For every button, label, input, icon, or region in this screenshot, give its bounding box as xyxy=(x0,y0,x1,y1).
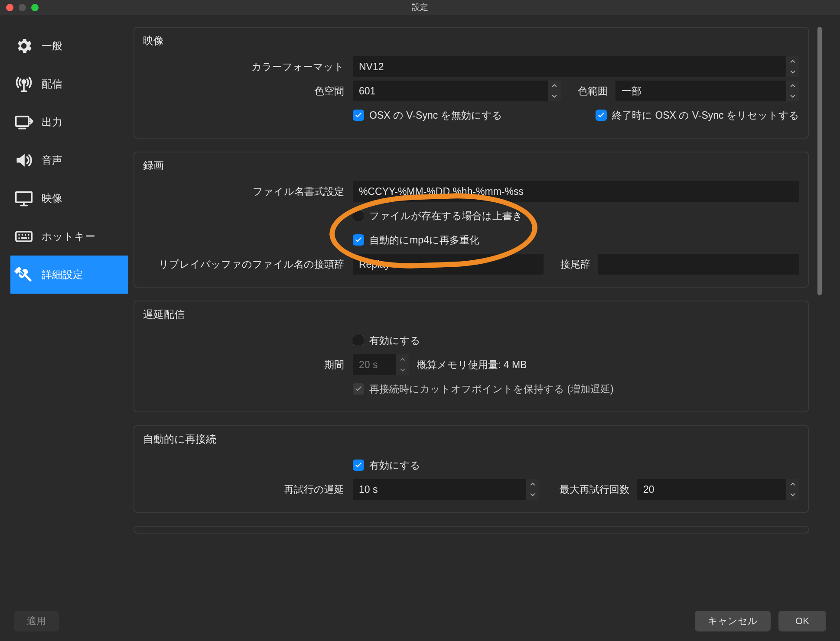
sidebar-item-label: 詳細設定 xyxy=(42,268,83,282)
sidebar-item-label: 一般 xyxy=(42,39,62,53)
sidebar-item-advanced[interactable]: 詳細設定 xyxy=(10,256,128,294)
label-color-range: 色範囲 xyxy=(569,84,608,98)
spin-value: 10 s xyxy=(359,484,378,495)
checkbox-label: 有効にする xyxy=(369,459,420,472)
scrollbar-thumb[interactable] xyxy=(817,27,822,295)
sidebar: 一般 配信 出力 音声 xyxy=(0,15,128,601)
checkbox-label: ファイルが存在する場合は上書き xyxy=(369,209,523,223)
apply-button: 適用 xyxy=(14,611,59,631)
checkbox-auto-remux-mp4[interactable]: 自動的にmp4に再多重化 xyxy=(353,233,479,247)
label-delay-duration: 期間 xyxy=(143,358,347,372)
checkbox-label: 有効にする xyxy=(369,334,420,347)
spin-delay-duration: 20 s xyxy=(353,354,409,375)
label-max-retries: 最大再試行回数 xyxy=(547,483,629,496)
select-value: 一部 xyxy=(622,84,641,98)
cancel-button[interactable]: キャンセル xyxy=(695,611,771,631)
sidebar-item-label: 映像 xyxy=(42,191,62,205)
stepper-icon xyxy=(786,56,799,77)
select-color-range[interactable]: 一部 xyxy=(615,81,799,101)
group-title-recording: 録画 xyxy=(143,159,799,172)
sidebar-item-output[interactable]: 出力 xyxy=(10,103,128,141)
svg-rect-1 xyxy=(16,117,29,126)
sidebar-item-audio[interactable]: 音声 xyxy=(10,141,128,179)
checkbox-box-icon xyxy=(353,335,364,346)
group-recording: 録画 ファイル名書式設定 xyxy=(133,152,809,288)
group-auto-reconnect: 自動的に再接続 有効にする 再 xyxy=(133,425,809,513)
checkbox-label: 再接続時にカットオフポイントを保持する (増加遅延) xyxy=(369,382,614,396)
checkbox-label: 終了時に OSX の V-Sync をリセットする xyxy=(612,109,799,122)
ok-button[interactable]: OK xyxy=(778,611,826,631)
sidebar-item-label: 音声 xyxy=(42,153,62,167)
keyboard-icon xyxy=(14,227,34,246)
input-replay-prefix-field[interactable] xyxy=(359,259,537,270)
group-title-video: 映像 xyxy=(143,34,799,48)
checkbox-delay-enable[interactable]: 有効にする xyxy=(353,334,420,347)
label-color-format: カラーフォーマット xyxy=(143,60,347,74)
content-area: 映像 カラーフォーマット NV12 xyxy=(128,15,840,601)
sidebar-item-label: 出力 xyxy=(42,115,62,129)
label-delay-memory: 概算メモリ使用量: 4 MB xyxy=(417,358,527,372)
select-color-space[interactable]: 601 xyxy=(353,81,561,101)
check-icon xyxy=(353,110,364,121)
gear-icon xyxy=(14,36,34,56)
sidebar-item-label: ホットキー xyxy=(42,230,95,243)
check-icon xyxy=(596,110,607,121)
label-filename-format: ファイル名書式設定 xyxy=(143,185,347,198)
svg-rect-3 xyxy=(16,232,32,241)
group-video: 映像 カラーフォーマット NV12 xyxy=(133,27,809,139)
checkbox-reconnect-enable[interactable]: 有効にする xyxy=(353,459,420,472)
input-replay-suffix-field[interactable] xyxy=(604,259,793,270)
group-title-stream-delay: 遅延配信 xyxy=(143,308,799,321)
group-title-auto-reconnect: 自動的に再接続 xyxy=(143,432,799,446)
group-stream-delay: 遅延配信 有効にする 期間 xyxy=(133,301,809,412)
checkbox-overwrite-if-exists[interactable]: ファイルが存在する場合は上書き xyxy=(353,209,523,223)
stepper-icon xyxy=(786,479,799,500)
settings-window: 設定 一般 配信 出力 xyxy=(0,0,840,641)
select-color-format[interactable]: NV12 xyxy=(353,56,799,77)
window-title: 設定 xyxy=(0,2,840,13)
body: 一般 配信 出力 音声 xyxy=(0,15,840,601)
check-icon xyxy=(353,234,364,246)
spin-max-retries[interactable]: 20 xyxy=(637,479,799,500)
check-icon xyxy=(353,383,364,395)
spin-retry-delay[interactable]: 10 s xyxy=(353,479,539,500)
stepper-icon xyxy=(786,81,799,101)
scrollbar[interactable] xyxy=(817,27,823,601)
label-color-space: 色空間 xyxy=(143,84,347,98)
label-replay-prefix: リプレイバッファのファイル名の接頭辞 xyxy=(143,258,347,271)
select-value: 601 xyxy=(359,85,375,97)
output-icon xyxy=(14,112,34,132)
label-replay-suffix: 接尾辞 xyxy=(551,258,590,271)
sidebar-item-video[interactable]: 映像 xyxy=(10,179,128,217)
input-filename-format-field[interactable] xyxy=(359,186,793,197)
input-replay-suffix[interactable] xyxy=(598,254,799,275)
stepper-icon xyxy=(526,479,539,500)
titlebar: 設定 xyxy=(0,0,840,15)
stepper-icon xyxy=(548,81,561,101)
checkbox-label: 自動的にmp4に再多重化 xyxy=(369,233,479,247)
group-next-clipped xyxy=(133,526,809,534)
stepper-icon xyxy=(396,354,409,375)
bottom-bar: 適用 キャンセル OK xyxy=(0,601,840,641)
spin-value: 20 xyxy=(643,484,654,495)
label-retry-delay: 再試行の遅延 xyxy=(143,483,347,496)
checkbox-label: OSX の V-Sync を無効にする xyxy=(369,109,502,122)
input-filename-format[interactable] xyxy=(353,181,799,202)
input-replay-prefix[interactable] xyxy=(353,254,544,275)
checkbox-box-icon xyxy=(353,210,364,221)
tools-icon xyxy=(14,265,34,285)
sidebar-item-general[interactable]: 一般 xyxy=(10,27,128,65)
sidebar-item-hotkeys[interactable]: ホットキー xyxy=(10,217,128,256)
spin-value: 20 s xyxy=(359,359,378,371)
content-scroll: 映像 カラーフォーマット NV12 xyxy=(133,27,809,601)
checkbox-disable-osx-vsync[interactable]: OSX の V-Sync を無効にする xyxy=(353,109,502,122)
monitor-icon xyxy=(14,188,34,208)
sidebar-item-stream[interactable]: 配信 xyxy=(10,65,128,103)
sidebar-item-label: 配信 xyxy=(42,77,62,91)
checkbox-reset-osx-vsync[interactable]: 終了時に OSX の V-Sync をリセットする xyxy=(596,109,799,122)
antenna-icon xyxy=(14,74,34,94)
speaker-icon xyxy=(14,150,34,170)
select-value: NV12 xyxy=(359,61,384,73)
svg-rect-2 xyxy=(16,192,32,202)
checkbox-preserve-cutoff: 再接続時にカットオフポイントを保持する (増加遅延) xyxy=(353,382,614,396)
